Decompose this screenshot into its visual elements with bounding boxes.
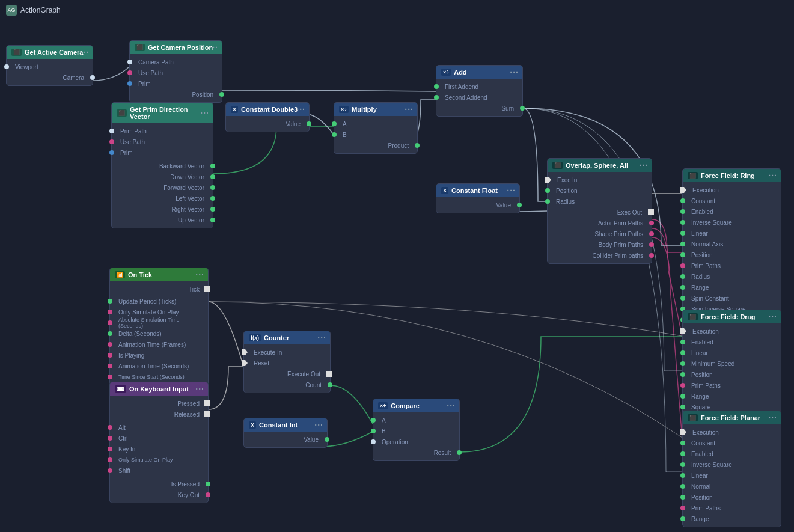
port-dot[interactable] — [108, 468, 112, 473]
node-menu-dots[interactable]: ··· — [510, 67, 519, 77]
port-dot[interactable] — [680, 516, 685, 521]
port-dot[interactable] — [108, 425, 112, 430]
port-dot[interactable] — [371, 439, 376, 444]
port-dot[interactable] — [210, 185, 215, 190]
port-dot[interactable] — [108, 457, 112, 462]
port-dot[interactable] — [680, 462, 685, 467]
port-dot[interactable] — [108, 375, 112, 379]
port-dot[interactable] — [219, 92, 224, 97]
node-menu-dots[interactable]: ··· — [768, 413, 777, 423]
port-dot[interactable] — [127, 70, 132, 75]
port-dot[interactable] — [649, 221, 654, 225]
port-dot[interactable] — [648, 209, 654, 215]
port-dot[interactable] — [680, 220, 685, 225]
port-dot[interactable] — [680, 484, 685, 489]
port-dot[interactable] — [680, 473, 685, 478]
port-dot[interactable] — [680, 383, 685, 388]
port-dot[interactable] — [680, 274, 685, 279]
node-menu-dots[interactable]: ··· — [195, 270, 204, 280]
port-dot[interactable] — [680, 198, 685, 203]
port-dot[interactable] — [204, 286, 210, 292]
port-dot[interactable] — [210, 207, 215, 212]
port-dot[interactable] — [108, 331, 112, 336]
port-dot[interactable] — [210, 174, 215, 179]
port-dot[interactable] — [415, 143, 420, 148]
node-multiply: ×÷ Multiply ··· A B Product — [334, 102, 418, 154]
port-dot[interactable] — [108, 436, 112, 441]
port-dot[interactable] — [680, 340, 685, 344]
port-dot[interactable] — [325, 437, 329, 442]
port-dot[interactable] — [680, 285, 685, 290]
port-dot[interactable] — [206, 492, 210, 497]
port-dot[interactable] — [371, 429, 376, 433]
node-menu-dots[interactable]: ··· — [405, 105, 414, 114]
port-dot[interactable] — [204, 400, 210, 406]
node-menu-dots[interactable]: ··· — [639, 161, 648, 170]
port-dot[interactable] — [680, 506, 685, 510]
port-dot[interactable] — [210, 196, 215, 201]
port-dot[interactable] — [204, 411, 210, 417]
port-dot[interactable] — [108, 353, 112, 358]
port-dot[interactable] — [457, 450, 462, 455]
node-menu-dots[interactable]: ··· — [507, 186, 516, 195]
port-dot[interactable] — [680, 231, 685, 236]
node-menu-dots[interactable]: ··· — [768, 312, 777, 322]
port-dot[interactable] — [210, 218, 215, 222]
port-dot[interactable] — [328, 382, 332, 387]
port-dot[interactable] — [108, 447, 112, 451]
port-dot-viewport[interactable] — [4, 64, 9, 69]
port-dot[interactable] — [680, 441, 685, 445]
port-dot[interactable] — [680, 394, 685, 399]
port-dot[interactable] — [680, 495, 685, 500]
port-dot[interactable] — [108, 299, 112, 304]
port-dot[interactable] — [108, 342, 112, 347]
node-header-constant-int: X Constant Int ··· — [244, 418, 327, 432]
port-dot[interactable] — [326, 371, 332, 377]
port-dot[interactable] — [649, 231, 654, 236]
node-menu-dots[interactable]: ··· — [195, 384, 204, 394]
port-dot[interactable] — [649, 253, 654, 258]
port-dot[interactable] — [680, 252, 685, 257]
port-dot[interactable] — [210, 164, 215, 168]
node-menu-dots[interactable]: ··· — [209, 43, 218, 52]
port-dot[interactable] — [127, 60, 132, 64]
port-dot[interactable] — [371, 418, 376, 423]
port-dot[interactable] — [108, 364, 112, 368]
port-dot[interactable] — [680, 296, 685, 301]
port-dot[interactable] — [127, 81, 132, 86]
port-dot[interactable] — [680, 263, 685, 268]
port-dot[interactable] — [108, 320, 112, 325]
node-menu-dots[interactable]: ··· — [296, 105, 305, 114]
port-dot[interactable] — [517, 203, 522, 207]
port-dot[interactable] — [332, 132, 337, 137]
port-dot[interactable] — [206, 482, 210, 486]
port-dot[interactable] — [520, 106, 525, 111]
port-dot[interactable] — [680, 361, 685, 366]
port-dot[interactable] — [434, 95, 439, 100]
port-dot[interactable] — [108, 310, 112, 314]
port-dot[interactable] — [680, 242, 685, 246]
node-force-field-planar: ⬛ Force Field: Planar ··· Execution Cons… — [682, 411, 781, 527]
port-viewport: Viewport — [7, 61, 93, 72]
port-dot[interactable] — [545, 188, 550, 193]
node-menu-dots[interactable]: ··· — [768, 171, 777, 180]
port-dot[interactable] — [332, 121, 337, 126]
node-menu-dots[interactable]: ··· — [80, 47, 89, 57]
port-dot[interactable] — [680, 451, 685, 456]
port-dot[interactable] — [680, 209, 685, 214]
port-dot[interactable] — [545, 199, 550, 204]
port-dot[interactable] — [649, 242, 654, 247]
node-menu-dots[interactable]: ··· — [314, 420, 323, 430]
port-dot-camera[interactable] — [90, 75, 95, 80]
port-dot[interactable] — [307, 121, 311, 126]
port-dot[interactable] — [680, 372, 685, 377]
node-menu-dots[interactable]: ··· — [200, 108, 209, 118]
port-dot[interactable] — [109, 139, 114, 144]
port-dot[interactable] — [680, 405, 685, 409]
node-menu-dots[interactable]: ··· — [447, 401, 456, 411]
port-dot[interactable] — [109, 150, 114, 155]
port-dot[interactable] — [434, 84, 439, 89]
port-dot[interactable] — [109, 129, 114, 133]
port-dot[interactable] — [680, 350, 685, 355]
node-menu-dots[interactable]: ··· — [317, 333, 326, 343]
